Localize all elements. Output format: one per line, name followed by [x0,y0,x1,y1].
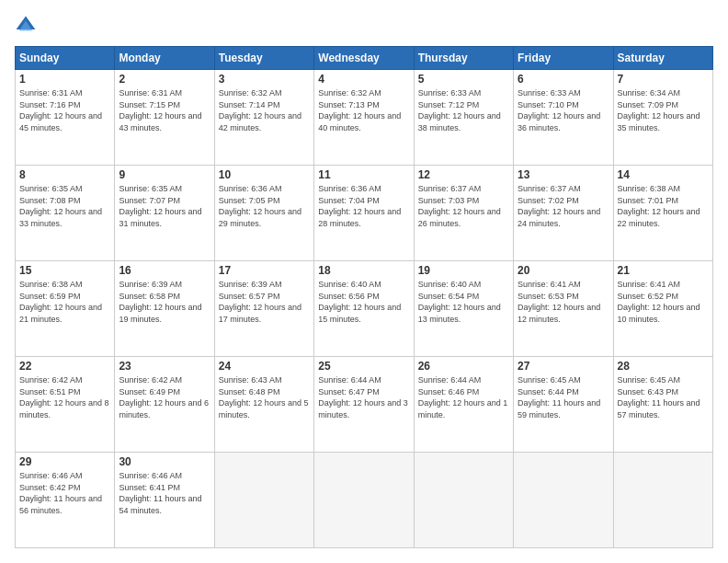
day-info: Sunrise: 6:36 AMSunset: 7:04 PMDaylight:… [318,183,409,229]
weekday-header-row: Sunday Monday Tuesday Wednesday Thursday… [16,47,713,70]
day-number: 16 [119,264,210,277]
day-cell-4: 4 Sunrise: 6:32 AMSunset: 7:13 PMDayligh… [314,70,414,166]
day-cell-11: 11 Sunrise: 6:36 AMSunset: 7:04 PMDaylig… [314,166,414,261]
day-cell-30: 30 Sunrise: 6:46 AMSunset: 6:41 PMDaylig… [115,453,214,548]
day-info: Sunrise: 6:39 AMSunset: 6:58 PMDaylight:… [119,279,210,325]
day-cell-8: 8 Sunrise: 6:35 AMSunset: 7:08 PMDayligh… [16,166,115,261]
day-cell-21: 21 Sunrise: 6:41 AMSunset: 6:52 PMDaylig… [613,261,712,357]
day-info: Sunrise: 6:40 AMSunset: 6:56 PMDaylight:… [318,279,409,325]
day-number: 6 [518,73,609,86]
day-info: Sunrise: 6:33 AMSunset: 7:12 PMDaylight:… [418,87,509,133]
day-info: Sunrise: 6:42 AMSunset: 6:49 PMDaylight:… [119,374,210,420]
day-cell-9: 9 Sunrise: 6:35 AMSunset: 7:07 PMDayligh… [115,166,214,261]
day-number: 11 [318,168,409,181]
day-number: 2 [119,73,210,86]
week-row-4: 22 Sunrise: 6:42 AMSunset: 6:51 PMDaylig… [16,357,713,453]
day-number: 21 [618,264,709,277]
day-info: Sunrise: 6:46 AMSunset: 6:41 PMDaylight:… [119,470,210,516]
day-cell-15: 15 Sunrise: 6:38 AMSunset: 6:59 PMDaylig… [16,261,115,357]
day-info: Sunrise: 6:46 AMSunset: 6:42 PMDaylight:… [19,470,110,516]
page: Sunday Monday Tuesday Wednesday Thursday… [0,0,728,563]
day-info: Sunrise: 6:39 AMSunset: 6:57 PMDaylight:… [219,279,310,325]
day-info: Sunrise: 6:32 AMSunset: 7:13 PMDaylight:… [318,87,409,133]
day-cell-2: 2 Sunrise: 6:31 AMSunset: 7:15 PMDayligh… [115,70,214,166]
week-row-5: 29 Sunrise: 6:46 AMSunset: 6:42 PMDaylig… [16,453,713,548]
empty-cell-4-3 [314,453,414,548]
day-cell-25: 25 Sunrise: 6:44 AMSunset: 6:47 PMDaylig… [314,357,414,453]
day-info: Sunrise: 6:38 AMSunset: 6:59 PMDaylight:… [19,279,110,325]
day-number: 3 [219,73,310,86]
day-cell-14: 14 Sunrise: 6:38 AMSunset: 7:01 PMDaylig… [613,166,712,261]
day-info: Sunrise: 6:41 AMSunset: 6:52 PMDaylight:… [618,279,709,325]
day-number: 20 [518,264,609,277]
day-info: Sunrise: 6:40 AMSunset: 6:54 PMDaylight:… [418,279,509,325]
day-number: 15 [19,264,110,277]
day-number: 10 [219,168,310,181]
day-number: 12 [418,168,509,181]
week-row-2: 8 Sunrise: 6:35 AMSunset: 7:08 PMDayligh… [16,166,713,261]
day-info: Sunrise: 6:33 AMSunset: 7:10 PMDaylight:… [518,87,609,133]
day-cell-6: 6 Sunrise: 6:33 AMSunset: 7:10 PMDayligh… [514,70,613,166]
day-info: Sunrise: 6:43 AMSunset: 6:48 PMDaylight:… [219,374,310,420]
logo [15,15,40,37]
day-info: Sunrise: 6:42 AMSunset: 6:51 PMDaylight:… [19,374,110,420]
day-info: Sunrise: 6:44 AMSunset: 6:46 PMDaylight:… [418,374,509,420]
day-info: Sunrise: 6:32 AMSunset: 7:14 PMDaylight:… [219,87,310,133]
day-cell-29: 29 Sunrise: 6:46 AMSunset: 6:42 PMDaylig… [16,453,115,548]
day-number: 28 [618,360,709,373]
day-info: Sunrise: 6:34 AMSunset: 7:09 PMDaylight:… [618,87,709,133]
calendar-table: Sunday Monday Tuesday Wednesday Thursday… [15,46,713,548]
header-tuesday: Tuesday [214,47,313,70]
day-cell-24: 24 Sunrise: 6:43 AMSunset: 6:48 PMDaylig… [214,357,313,453]
empty-cell-4-6 [613,453,712,548]
week-row-3: 15 Sunrise: 6:38 AMSunset: 6:59 PMDaylig… [16,261,713,357]
day-number: 24 [219,360,310,373]
week-row-1: 1 Sunrise: 6:31 AMSunset: 7:16 PMDayligh… [16,70,713,166]
day-number: 9 [119,168,210,181]
day-info: Sunrise: 6:45 AMSunset: 6:43 PMDaylight:… [618,374,709,420]
day-number: 8 [19,168,110,181]
day-info: Sunrise: 6:31 AMSunset: 7:15 PMDaylight:… [119,87,210,133]
logo-icon [15,15,37,37]
day-number: 4 [318,73,409,86]
day-number: 25 [318,360,409,373]
header [15,15,713,37]
day-cell-20: 20 Sunrise: 6:41 AMSunset: 6:53 PMDaylig… [514,261,613,357]
header-friday: Friday [514,47,613,70]
day-number: 1 [19,73,110,86]
day-number: 30 [119,455,210,468]
header-thursday: Thursday [414,47,513,70]
day-number: 27 [518,360,609,373]
day-cell-17: 17 Sunrise: 6:39 AMSunset: 6:57 PMDaylig… [214,261,313,357]
day-cell-23: 23 Sunrise: 6:42 AMSunset: 6:49 PMDaylig… [115,357,214,453]
day-info: Sunrise: 6:36 AMSunset: 7:05 PMDaylight:… [219,183,310,229]
day-info: Sunrise: 6:44 AMSunset: 6:47 PMDaylight:… [318,374,409,420]
day-cell-7: 7 Sunrise: 6:34 AMSunset: 7:09 PMDayligh… [613,70,712,166]
day-cell-10: 10 Sunrise: 6:36 AMSunset: 7:05 PMDaylig… [214,166,313,261]
day-number: 14 [618,168,709,181]
day-number: 23 [119,360,210,373]
day-number: 22 [19,360,110,373]
day-cell-18: 18 Sunrise: 6:40 AMSunset: 6:56 PMDaylig… [314,261,414,357]
day-number: 26 [418,360,509,373]
day-number: 18 [318,264,409,277]
day-number: 19 [418,264,509,277]
day-cell-5: 5 Sunrise: 6:33 AMSunset: 7:12 PMDayligh… [414,70,513,166]
day-number: 7 [618,73,709,86]
day-info: Sunrise: 6:37 AMSunset: 7:03 PMDaylight:… [418,183,509,229]
header-monday: Monday [115,47,214,70]
header-sunday: Sunday [16,47,115,70]
day-cell-28: 28 Sunrise: 6:45 AMSunset: 6:43 PMDaylig… [613,357,712,453]
day-cell-13: 13 Sunrise: 6:37 AMSunset: 7:02 PMDaylig… [514,166,613,261]
day-number: 29 [19,455,110,468]
day-cell-26: 26 Sunrise: 6:44 AMSunset: 6:46 PMDaylig… [414,357,513,453]
day-info: Sunrise: 6:35 AMSunset: 7:08 PMDaylight:… [19,183,110,229]
header-wednesday: Wednesday [314,47,414,70]
day-number: 17 [219,264,310,277]
day-cell-12: 12 Sunrise: 6:37 AMSunset: 7:03 PMDaylig… [414,166,513,261]
day-info: Sunrise: 6:41 AMSunset: 6:53 PMDaylight:… [518,279,609,325]
day-number: 5 [418,73,509,86]
header-saturday: Saturday [613,47,712,70]
day-info: Sunrise: 6:31 AMSunset: 7:16 PMDaylight:… [19,87,110,133]
day-info: Sunrise: 6:37 AMSunset: 7:02 PMDaylight:… [518,183,609,229]
